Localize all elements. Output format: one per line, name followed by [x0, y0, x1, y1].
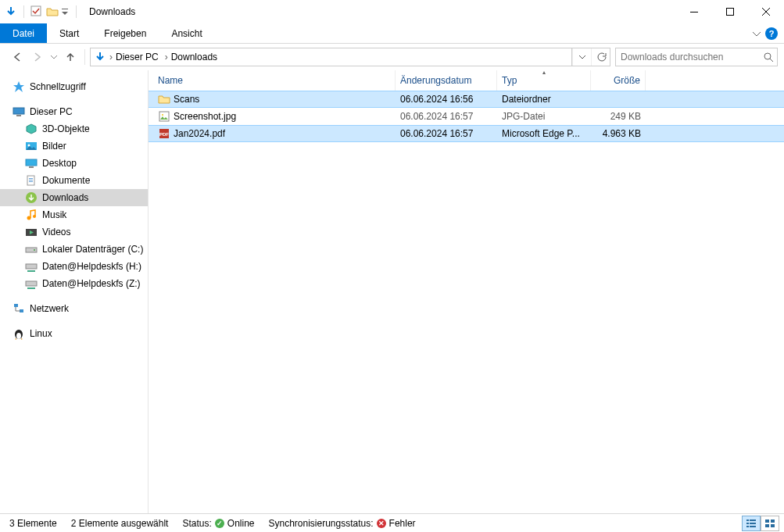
svg-point-26	[16, 333, 21, 339]
tree-item-desktop[interactable]: Desktop	[0, 155, 148, 172]
svg-rect-12	[29, 178, 33, 179]
column-type[interactable]: Typ▴	[497, 70, 591, 91]
forward-button[interactable]	[28, 48, 47, 66]
svg-rect-38	[771, 520, 775, 523]
svg-rect-9	[26, 159, 37, 166]
navigation-pane: Schnellzugriff Dieser PC 3D-ObjekteBilde…	[0, 70, 149, 513]
tree-item-docs[interactable]: Dokumente	[0, 172, 148, 189]
tab-share[interactable]: Freigeben	[91, 23, 159, 43]
column-date[interactable]: Änderungsdatum	[396, 70, 497, 91]
tree-label: Dieser PC	[30, 106, 73, 117]
tree-item-cube[interactable]: 3D-Objekte	[0, 120, 148, 137]
search-box[interactable]	[615, 48, 778, 66]
address-bar[interactable]: › Dieser PC › Downloads	[90, 48, 610, 66]
netdrive-icon	[25, 260, 38, 273]
view-icons-button[interactable]	[761, 516, 779, 531]
maximize-button[interactable]	[712, 0, 748, 23]
svg-rect-40	[771, 524, 775, 527]
svg-rect-2	[690, 12, 698, 12]
svg-rect-33	[746, 523, 749, 524]
refresh-button[interactable]	[591, 48, 610, 66]
file-type: Dateiordner	[497, 94, 591, 105]
tree-linux[interactable]: Linux	[0, 325, 148, 342]
svg-rect-1	[62, 9, 68, 9]
back-button[interactable]	[8, 48, 27, 66]
file-type: JPG-Datei	[497, 111, 591, 122]
tree-item-music[interactable]: Musik	[0, 206, 148, 223]
file-row[interactable]: Scans06.06.2024 16:56Dateiordner	[149, 91, 784, 108]
tree-label: Netzwerk	[30, 303, 69, 314]
tree-item-downloads[interactable]: Downloads	[0, 189, 148, 206]
separator	[23, 5, 24, 18]
qat-dropdown-icon[interactable]	[62, 5, 70, 18]
file-list: Name Änderungsdatum Typ▴ Größe Scans06.0…	[149, 70, 784, 513]
breadcrumb-root[interactable]: › Dieser PC	[106, 52, 162, 62]
file-date: 06.06.2024 16:57	[396, 111, 497, 122]
pc-icon	[13, 105, 25, 118]
netdrive-icon	[25, 277, 38, 290]
tree-label: Daten@Helpdeskfs (H:)	[42, 261, 141, 272]
tree-label: 3D-Objekte	[42, 123, 90, 134]
tree-label: Dokumente	[42, 175, 90, 186]
tab-start[interactable]: Start	[47, 23, 91, 43]
file-date: 06.06.2024 16:56	[396, 94, 497, 105]
status-bar: 3 Elemente 2 Elemente ausgewählt Status:…	[0, 513, 784, 532]
chevron-right-icon: ›	[165, 52, 168, 62]
music-icon	[25, 209, 38, 221]
svg-rect-39	[765, 524, 769, 527]
address-dropdown-icon[interactable]	[572, 48, 591, 66]
tree-network[interactable]: Netzwerk	[0, 300, 148, 317]
svg-rect-0	[31, 6, 41, 16]
svg-rect-34	[750, 523, 756, 524]
tree-item-pictures[interactable]: Bilder	[0, 137, 148, 155]
tree-item-netdrive[interactable]: Daten@Helpdeskfs (Z:)	[0, 275, 148, 292]
checkbox-icon[interactable]	[30, 5, 43, 18]
folder-icon[interactable]	[46, 5, 59, 18]
breadcrumb-current[interactable]: › Downloads	[162, 52, 220, 62]
tree-label: Musik	[42, 209, 66, 220]
tree-label: Schnellzugriff	[30, 81, 86, 92]
folder-icon	[158, 93, 170, 105]
minimize-button[interactable]	[676, 0, 712, 23]
tree-item-drive[interactable]: Lokaler Datenträger (C:)	[0, 241, 148, 258]
status-online: Status: ✓ Online	[182, 518, 254, 529]
column-name[interactable]: Name	[153, 70, 396, 91]
svg-rect-32	[750, 520, 756, 521]
svg-rect-3	[727, 9, 734, 16]
file-row[interactable]: Screenshot.jpg06.06.2024 16:57JPG-Datei2…	[149, 108, 784, 125]
tree-item-netdrive[interactable]: Daten@Helpdeskfs (H:)	[0, 258, 148, 275]
svg-point-17	[33, 215, 36, 218]
tree-quick-access[interactable]: Schnellzugriff	[0, 78, 148, 95]
download-arrow-icon[interactable]	[5, 5, 17, 18]
tab-file[interactable]: Datei	[0, 23, 47, 43]
search-icon[interactable]	[763, 52, 774, 62]
svg-rect-6	[16, 115, 21, 116]
tree-label: Bilder	[42, 141, 66, 152]
svg-rect-10	[29, 166, 34, 168]
ribbon-tabs: Datei Start Freigeben Ansicht ?	[0, 23, 784, 44]
help-icon[interactable]: ?	[765, 27, 778, 40]
search-input[interactable]	[619, 51, 763, 63]
tab-view[interactable]: Ansicht	[159, 23, 214, 43]
svg-rect-31	[746, 520, 749, 521]
close-button[interactable]	[748, 0, 784, 23]
status-error-icon: ✕	[377, 519, 386, 528]
ribbon-expand-icon[interactable]	[753, 30, 761, 37]
file-name: Scans	[174, 94, 199, 105]
window-title: Downloads	[89, 6, 135, 17]
file-row[interactable]: PDFJan2024.pdf06.06.2024 16:57Microsoft …	[149, 125, 784, 142]
download-arrow-icon	[94, 51, 106, 63]
view-details-button[interactable]	[742, 516, 761, 531]
up-button[interactable]	[61, 48, 80, 66]
tree-item-videos[interactable]: Videos	[0, 223, 148, 241]
pictures-icon	[25, 140, 38, 152]
recent-dropdown-icon[interactable]	[48, 48, 59, 66]
svg-point-28	[162, 114, 163, 116]
svg-rect-27	[159, 112, 169, 121]
status-sync: Synchronisierungsstatus: ✕ Fehler	[269, 518, 416, 529]
tree-this-pc[interactable]: Dieser PC	[0, 103, 148, 120]
tree-label: Downloads	[42, 192, 88, 203]
file-date: 06.06.2024 16:57	[396, 128, 497, 139]
column-size[interactable]: Größe	[591, 70, 646, 91]
sort-indicator-icon: ▴	[542, 69, 546, 76]
